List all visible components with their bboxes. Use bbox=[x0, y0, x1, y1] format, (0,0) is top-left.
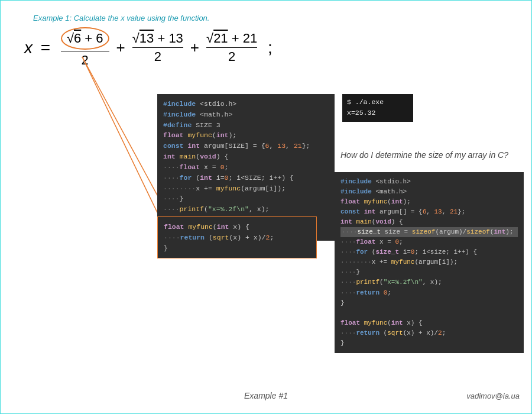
code-line: int main(void) { bbox=[340, 217, 518, 227]
fraction-3-num: √21 + 21 bbox=[206, 31, 257, 48]
code-line: #define SIZE 3 bbox=[163, 120, 329, 131]
terminal-line-2: x=25.32 bbox=[347, 108, 408, 118]
terminal-line-1: $ ./a.exe bbox=[347, 97, 408, 108]
code-line: ····printf("x=%.2f\n", x); bbox=[340, 277, 518, 287]
plus-2: + bbox=[190, 38, 199, 57]
code-line: ····float x = 0; bbox=[340, 237, 518, 247]
code-line: ········x += myfunc(argum[i]); bbox=[163, 183, 329, 194]
fraction-3-den: 2 bbox=[228, 48, 235, 64]
code-line: ····for (size_t i=0; i<size; i++) { bbox=[340, 247, 518, 257]
code-line: ····for (int i=0; i<SIZE; i++) { bbox=[163, 173, 329, 183]
terminal-block: $ ./a.exe x=25.32 bbox=[342, 94, 413, 122]
formula-x: x bbox=[24, 38, 33, 57]
question-text: How do I determine the size of my array … bbox=[340, 150, 518, 160]
code-block-right: #include <stdio.h> #include <math.h> flo… bbox=[335, 172, 524, 353]
code-line: const int argum[] = {6, 13, 21}; bbox=[340, 207, 518, 217]
code-line: } bbox=[340, 298, 518, 308]
example-label-text: Example 1: Calculate the x value using t… bbox=[33, 14, 209, 22]
code-line: ········x += myfunc(argum[i]); bbox=[340, 257, 518, 267]
example-number: Example #1 bbox=[244, 391, 288, 400]
formula-semicolon: ; bbox=[263, 38, 273, 57]
plus-1: + bbox=[116, 38, 125, 57]
code-line: } bbox=[164, 243, 310, 254]
code-line bbox=[340, 308, 518, 318]
code-line: ····printf("x=%.2f\n", x); bbox=[163, 204, 329, 215]
code-line: const int argum[SIZE] = {6, 13, 21}; bbox=[163, 141, 329, 151]
code-line: float myfunc(int x) { bbox=[340, 318, 518, 328]
fraction-2: √13 + 13 2 bbox=[132, 31, 183, 64]
code-line: ····} bbox=[163, 193, 329, 204]
question-label: How do I determine the size of my array … bbox=[340, 150, 508, 160]
code-line: #include <math.h> bbox=[163, 109, 329, 120]
code-line: #include <stdio.h> bbox=[163, 99, 329, 109]
code-block-func: float myfunc(int x) { ····return (sqrt(x… bbox=[157, 216, 317, 258]
fraction-1: √6 + 6 2 bbox=[61, 27, 109, 68]
code-line: #include <stdio.h> bbox=[340, 177, 518, 187]
code-line: float myfunc(int); bbox=[163, 130, 329, 141]
fraction-1-num: √6 + 6 bbox=[61, 27, 109, 51]
author-label: vadimov@ia.ua bbox=[466, 392, 520, 400]
fraction-2-num: √13 + 13 bbox=[132, 31, 183, 48]
code-line: float myfunc(int); bbox=[340, 197, 518, 207]
code-line: } bbox=[340, 338, 518, 348]
code-line: float myfunc(int x) { bbox=[164, 222, 310, 232]
formula-area: x = √6 + 6 2 + √13 + 13 2 + √21 + 21 2 ; bbox=[24, 27, 273, 68]
example-label: Example 1: Calculate the x value using t… bbox=[33, 14, 209, 22]
code-line-highlight: ····size_t size = sizeof(argum)/sizeof(i… bbox=[340, 227, 518, 237]
circle-highlight: √6 + 6 bbox=[61, 27, 109, 50]
code-line: ····float x = 0; bbox=[163, 162, 329, 173]
fraction-1-den: 2 bbox=[82, 51, 89, 68]
formula-eq: = bbox=[36, 38, 55, 57]
code-line: int main(void) { bbox=[163, 151, 329, 162]
author-text: vadimov@ia.ua bbox=[466, 392, 520, 400]
fraction-3: √21 + 21 2 bbox=[206, 31, 257, 64]
code-line: ····} bbox=[340, 267, 518, 277]
fraction-2-den: 2 bbox=[154, 48, 161, 64]
code-line: ····return 0; bbox=[340, 288, 518, 298]
code-line: ····return (sqrt(x) + x)/2; bbox=[164, 232, 310, 243]
code-line: ····return (sqrt(x) + x)/2; bbox=[340, 328, 518, 338]
bottom-example-label: Example #1 bbox=[244, 391, 288, 400]
code-line: #include <math.h> bbox=[340, 187, 518, 197]
